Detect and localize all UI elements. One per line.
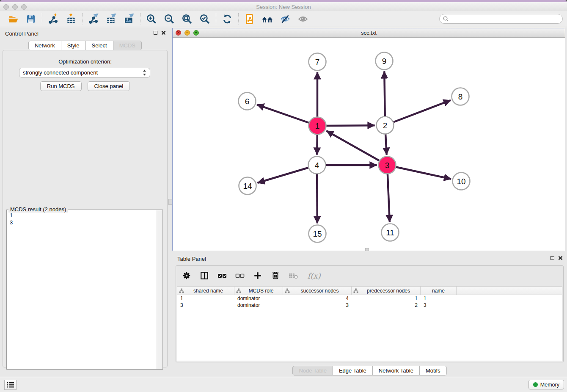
- mcds-result-title: MCDS result (2 nodes): [8, 206, 68, 213]
- new-network-from-selection-icon[interactable]: [241, 12, 259, 26]
- graph-edge-3-1[interactable]: [326, 131, 387, 165]
- table-cell[interactable]: 1: [421, 295, 457, 302]
- application-window: Session: New Session: [0, 0, 567, 392]
- control-panel-title: Control Panel: [5, 30, 39, 37]
- result-scrollbar[interactable]: [157, 210, 162, 369]
- main-toolbar: [0, 11, 567, 27]
- table-cell[interactable]: 2: [352, 302, 421, 309]
- zoom-out-icon[interactable]: [160, 12, 178, 26]
- column-header-successor-nodes[interactable]: successor nodes: [283, 287, 352, 295]
- column-header-predecessor-nodes[interactable]: predecessor nodes: [352, 287, 421, 295]
- export-network-icon[interactable]: [85, 12, 102, 26]
- tab-edge-table[interactable]: Edge Table: [333, 366, 373, 375]
- graph-node-label-1: 1: [315, 121, 320, 130]
- column-header-label: shared name: [184, 288, 232, 294]
- horizontal-splitter-handle[interactable]: [365, 248, 369, 251]
- control-panel-header: Control Panel: [0, 27, 170, 40]
- table-panel-tabs: Node TableEdge TableNetwork TableMotifs: [172, 366, 567, 375]
- network-canvas[interactable]: 7968124314101511: [173, 38, 565, 251]
- select-all-checkboxes-icon[interactable]: [217, 270, 228, 281]
- list-icon: [7, 382, 14, 388]
- toolbar-separator: [82, 13, 83, 25]
- delete-column-icon[interactable]: [270, 270, 281, 281]
- column-header-shared-name[interactable]: shared name: [177, 287, 234, 295]
- table-cell[interactable]: 1: [352, 295, 421, 302]
- hierarchy-column-icon: [353, 288, 358, 293]
- table-cell[interactable]: 1: [177, 295, 234, 302]
- float-panel-icon[interactable]: [550, 256, 554, 260]
- table-cell[interactable]: 3: [421, 302, 457, 309]
- deselect-all-checkboxes-icon[interactable]: [234, 270, 245, 281]
- graph-edge-4-14[interactable]: [257, 165, 317, 183]
- first-neighbors-icon[interactable]: [259, 12, 276, 26]
- search-input[interactable]: [451, 15, 559, 22]
- toolbar-separator: [140, 13, 140, 25]
- table-cell[interactable]: dominator: [234, 295, 283, 302]
- graph-node-label-14: 14: [243, 182, 252, 190]
- hierarchy-column-icon: [236, 288, 241, 293]
- search-field[interactable]: [439, 14, 563, 24]
- close-panel-button[interactable]: Close panel: [88, 81, 130, 91]
- hierarchy-column-icon: [285, 288, 290, 293]
- network-view-window: ✕ − + scc.txt 7968124314101511: [172, 28, 565, 251]
- show-all-icon[interactable]: [294, 12, 312, 26]
- import-network-icon[interactable]: [44, 12, 62, 26]
- close-panel-icon[interactable]: [558, 256, 563, 260]
- tab-select[interactable]: Select: [85, 41, 113, 50]
- window-title: Session: New Session: [0, 4, 567, 10]
- table-cell[interactable]: 3: [177, 302, 234, 309]
- tab-network[interactable]: Network: [28, 41, 61, 50]
- network-window-titlebar[interactable]: ✕ − + scc.txt: [173, 28, 565, 38]
- table-panel-header: Table Panel: [172, 252, 567, 265]
- graph-edge-3-10[interactable]: [387, 165, 451, 179]
- table-cell[interactable]: 3: [283, 302, 352, 309]
- column-header-label: successor nodes: [290, 288, 350, 294]
- open-session-icon[interactable]: [4, 12, 22, 26]
- tab-mcds[interactable]: MCDS: [113, 41, 142, 50]
- graph-edge-1-6[interactable]: [257, 105, 317, 126]
- import-table-icon[interactable]: [62, 12, 80, 26]
- graph-node-label-4: 4: [315, 161, 319, 170]
- export-table-icon[interactable]: [102, 12, 120, 26]
- settings-gear-icon[interactable]: [181, 270, 192, 281]
- zoom-selected-icon[interactable]: [196, 12, 214, 26]
- table-row[interactable]: 3dominator323: [177, 302, 562, 309]
- table-panel: Table Panel: [172, 252, 567, 377]
- task-history-button[interactable]: [4, 380, 17, 390]
- column-header-name[interactable]: name: [421, 287, 457, 295]
- column-header-MCDS-role[interactable]: MCDS role: [234, 287, 283, 295]
- tab-network-table[interactable]: Network Table: [372, 366, 420, 375]
- column-header-label: name: [422, 288, 454, 294]
- tab-node-table[interactable]: Node Table: [292, 366, 333, 375]
- mcds-tab-pane: Optimization criterion: strongly connect…: [3, 50, 168, 367]
- float-panel-icon[interactable]: [154, 31, 157, 35]
- export-image-icon[interactable]: [120, 12, 138, 26]
- table-cell[interactable]: dominator: [234, 302, 283, 309]
- toolbar-separator: [42, 13, 42, 25]
- mcds-result-line: 3: [10, 219, 13, 226]
- memory-button[interactable]: Memory: [528, 380, 564, 389]
- graph-node-label-7: 7: [315, 58, 320, 66]
- add-column-icon[interactable]: [252, 270, 263, 281]
- save-session-icon[interactable]: [22, 12, 40, 26]
- column-view-icon[interactable]: [199, 270, 210, 281]
- tab-motifs[interactable]: Motifs: [419, 366, 447, 375]
- zoom-in-icon[interactable]: [143, 12, 160, 26]
- tab-style[interactable]: Style: [61, 41, 86, 50]
- zoom-fit-icon[interactable]: [178, 12, 196, 26]
- mcds-result-group: MCDS result (2 nodes) 1 3: [6, 210, 163, 370]
- table-panel-title: Table Panel: [177, 256, 206, 262]
- criterion-select[interactable]: strongly connected component: [19, 68, 150, 77]
- run-mcds-button[interactable]: Run MCDS: [40, 81, 82, 91]
- node-table: shared nameMCDS rolesuccessor nodesprede…: [177, 286, 562, 361]
- hide-selected-icon[interactable]: [276, 12, 294, 26]
- table-row[interactable]: 1dominator411: [177, 295, 562, 302]
- vertical-splitter-handle[interactable]: [168, 199, 172, 205]
- table-cell[interactable]: 4: [283, 295, 352, 302]
- close-panel-icon[interactable]: [161, 30, 166, 35]
- mcds-result-list: 1 3: [10, 212, 13, 226]
- graph-edge-2-8[interactable]: [385, 100, 451, 125]
- status-bar: Memory: [0, 377, 567, 392]
- toolbar-separator: [216, 13, 216, 25]
- apply-layout-icon[interactable]: [218, 12, 236, 26]
